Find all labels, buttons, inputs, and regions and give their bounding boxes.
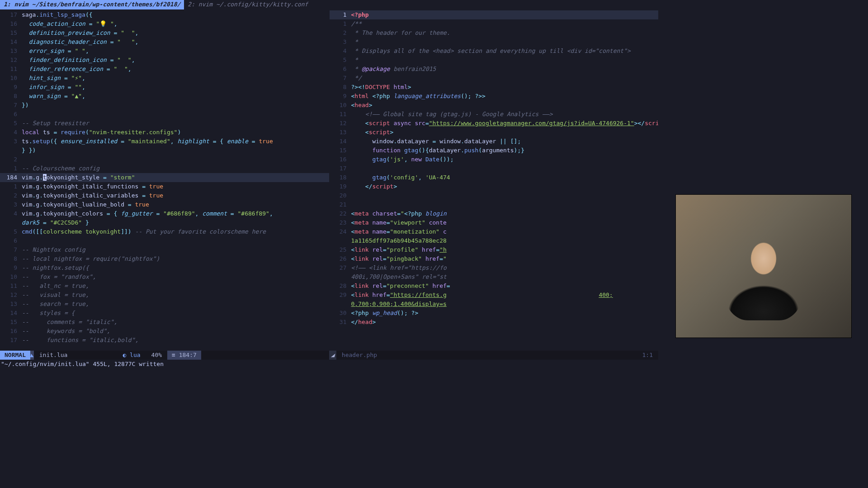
code-content[interactable]: * @package benfrain2015 (351, 65, 659, 74)
code-content[interactable]: gtag('js', new Date()); (351, 155, 659, 164)
code-content[interactable]: warn_sign = "▲", (22, 92, 329, 101)
code-content[interactable]: <?php wp_head(); ?> (351, 309, 659, 318)
code-line[interactable]: 31</head> (330, 318, 659, 327)
code-line[interactable]: 14 diagnostic_header_icon = " ", (0, 38, 329, 47)
code-content[interactable]: * Displays all of the <head> section and… (351, 47, 659, 56)
code-line[interactable]: 0,700;0,900;1,400&display=s (330, 300, 659, 309)
code-content[interactable]: function gtag(){dataLayer.push(arguments… (351, 146, 659, 155)
code-content[interactable]: /** (351, 19, 659, 28)
code-line[interactable]: 17-- functions = "italic,bold", (0, 336, 329, 345)
code-line[interactable]: 14 window.dataLayer = window.dataLayer |… (330, 137, 659, 146)
code-line[interactable]: 19 </script> (330, 182, 659, 191)
code-content[interactable]: definition_preview_icon = " ", (22, 28, 329, 38)
code-content[interactable]: error_sign = " ", (22, 47, 329, 56)
code-line[interactable]: 5cmd([[colorscheme tokyonight]]) -- Put … (0, 227, 329, 236)
code-line[interactable]: 10 hint_sign = "⚡", (0, 74, 329, 83)
code-content[interactable]: -- comments = "italic", (22, 318, 329, 327)
code-line[interactable]: 28<link rel="preconnect" href= (330, 282, 659, 291)
code-content[interactable]: -- keywords = "bold", (22, 327, 329, 336)
code-content[interactable]: cmd([[colorscheme tokyonight]]) -- Put y… (22, 227, 329, 236)
code-content[interactable]: 1a1165dff97a6b94b45a788ec28 (351, 236, 659, 245)
code-line[interactable]: 2 * The header for our theme. (330, 28, 659, 38)
code-line[interactable]: 5 * (330, 56, 659, 65)
code-content[interactable]: <!—— Global site tag (gtag.js) - Google … (351, 110, 659, 119)
code-content[interactable]: ts.setup({ ensure_installed = "maintaine… (22, 137, 329, 146)
code-content[interactable]: }) (22, 101, 329, 110)
code-content[interactable]: -- Colourscheme config (22, 164, 329, 173)
code-content[interactable]: * (351, 56, 659, 65)
code-line[interactable]: 4 * Displays all of the <head> section a… (330, 47, 659, 56)
code-content[interactable]: vim.g.tokyonight_lualine_bold = true (22, 200, 329, 209)
code-content[interactable]: 400i,700|Open+Sans" rel="st (351, 272, 659, 282)
code-content[interactable]: -- local nightfox = require("nightfox") (22, 254, 329, 263)
code-content[interactable]: -- Setup treesitter (22, 119, 329, 128)
code-line[interactable]: 8?><!DOCTYPE html> (330, 83, 659, 92)
right-pane[interactable]: 1<?php1/**2 * The header for our theme.3… (330, 9, 659, 351)
code-content[interactable]: -- visual = true, (22, 291, 329, 300)
code-content[interactable]: vim.g.tokyonight_colors = { fg_gutter = … (22, 209, 329, 218)
code-line[interactable]: 10-- fox = "randfox", (0, 272, 329, 282)
code-content[interactable]: */ (351, 74, 659, 83)
code-line[interactable]: 2vim.g.tokyonight_italic_variables = tru… (0, 191, 329, 200)
code-line[interactable]: 26<link rel="pingback" href=" (330, 254, 659, 263)
code-line[interactable]: 13 error_sign = " ", (0, 47, 329, 56)
code-line[interactable]: 10<head> (330, 101, 659, 110)
code-content[interactable]: } }) (22, 146, 329, 155)
code-line[interactable]: 13-- search = true, (0, 300, 329, 309)
code-content[interactable]: <meta name="viewport" conte (351, 218, 659, 227)
code-line[interactable]: 7-- Nightfox config (0, 245, 329, 254)
code-content[interactable]: * The header for our theme. (351, 28, 659, 38)
code-line[interactable]: 9 infor_sign = "", (0, 83, 329, 92)
code-content[interactable]: <meta name="monetization" c (351, 227, 659, 236)
code-line[interactable]: } }) (0, 146, 329, 155)
code-content[interactable]: -- search = true, (22, 300, 329, 309)
code-line[interactable]: 16-- keywords = "bold", (0, 327, 329, 336)
code-line[interactable]: 16 gtag('js', new Date()); (330, 155, 659, 164)
code-line[interactable]: 15-- comments = "italic", (0, 318, 329, 327)
code-line[interactable]: 25<link rel="profile" href="h (330, 245, 659, 254)
code-content[interactable]: dark5 = "#C2C5D6" } (22, 218, 329, 227)
code-content[interactable]: -- functions = "italic,bold", (22, 336, 329, 345)
code-line[interactable]: dark5 = "#C2C5D6" } (0, 218, 329, 227)
code-line[interactable]: 23<meta name="viewport" conte (330, 218, 659, 227)
code-content[interactable]: -- Nightfox config (22, 245, 329, 254)
code-line[interactable]: 24<meta name="monetization" c (330, 227, 659, 236)
code-line[interactable]: 11 <!—— Global site tag (gtag.js) - Goog… (330, 110, 659, 119)
code-content[interactable]: gtag('config', 'UA-474 (351, 173, 659, 182)
code-line[interactable]: 29<link href="https://fonts.g 400; (330, 291, 659, 300)
code-content[interactable]: -- fox = "randfox", (22, 272, 329, 282)
code-line[interactable]: 6 * @package benfrain2015 (330, 65, 659, 74)
code-content[interactable] (351, 164, 659, 173)
code-line[interactable]: 12 finder_definition_icon = " ", (0, 56, 329, 65)
code-content[interactable]: vim.g.tokyonight_italic_variables = true (22, 191, 329, 200)
code-line[interactable]: 4vim.g.tokyonight_colors = { fg_gutter =… (0, 209, 329, 218)
code-line[interactable]: 1vim.g.tokyonight_italic_functions = tru… (0, 182, 329, 191)
code-content[interactable]: -- nightfox.setup({ (22, 263, 329, 272)
tab-1-active[interactable]: 1: nvim ~/Sites/benfrain/wp-content/them… (0, 0, 184, 9)
code-content[interactable] (22, 110, 329, 119)
code-line[interactable]: 9-- nightfox.setup({ (0, 263, 329, 272)
code-content[interactable]: ?><!DOCTYPE html> (351, 83, 659, 92)
code-line[interactable]: 16 code_action_icon = "💡 ", (0, 19, 329, 28)
code-line[interactable]: 20 (330, 191, 659, 200)
code-content[interactable]: infor_sign = "", (22, 83, 329, 92)
code-content[interactable] (351, 191, 659, 200)
code-content[interactable]: -- styles = { (22, 309, 329, 318)
code-line[interactable]: 13 <script> (330, 128, 659, 137)
code-line[interactable]: 7}) (0, 101, 329, 110)
code-line[interactable]: 12-- visual = true, (0, 291, 329, 300)
code-content[interactable]: <html <?php language_attributes(); ?>> (351, 92, 659, 101)
code-content[interactable]: code_action_icon = "💡 ", (22, 19, 329, 28)
code-content[interactable] (351, 200, 659, 209)
code-line[interactable]: 1/** (330, 19, 659, 28)
code-content[interactable] (22, 155, 329, 164)
code-line[interactable]: 11 finder_reference_icon = " ", (0, 65, 329, 74)
code-content[interactable]: <!—— <link href="https://fo (351, 263, 659, 272)
code-content[interactable]: <link rel="preconnect" href= (351, 282, 659, 291)
code-content[interactable]: finder_reference_icon = " ", (22, 65, 329, 74)
code-content[interactable]: </script> (351, 182, 659, 191)
code-line[interactable]: 6 (0, 236, 329, 245)
code-line[interactable]: 3 * (330, 38, 659, 47)
code-line[interactable]: 8 warn_sign = "▲", (0, 92, 329, 101)
code-line[interactable]: 30<?php wp_head(); ?> (330, 309, 659, 318)
